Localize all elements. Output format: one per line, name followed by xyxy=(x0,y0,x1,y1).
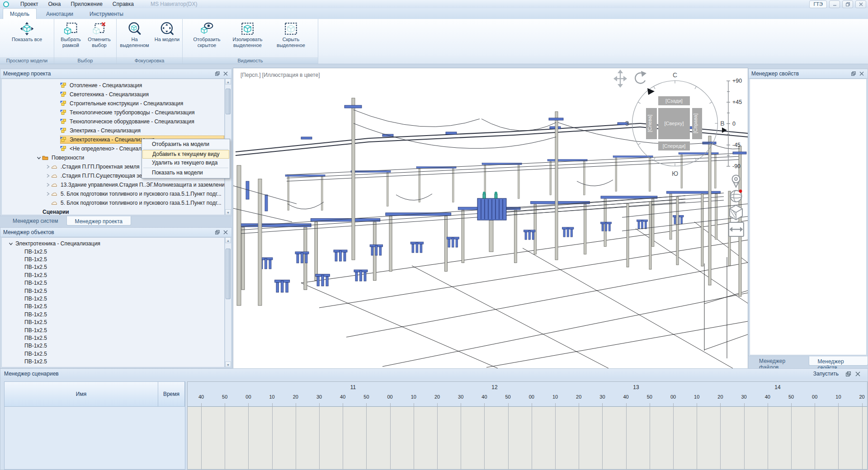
compass-north-label[interactable]: С xyxy=(673,71,677,79)
app-logo-icon[interactable] xyxy=(3,1,9,7)
close-panel-icon[interactable] xyxy=(855,371,860,376)
tree-item[interactable]: Сценарии xyxy=(2,207,224,215)
compass-west-label[interactable]: З xyxy=(625,120,629,127)
compass-east-label[interactable]: В xyxy=(720,120,724,127)
compass-face-front[interactable]: [Спереди] xyxy=(663,143,686,149)
menu-project[interactable]: Проект xyxy=(15,0,43,8)
column-header-name[interactable]: Имя xyxy=(5,382,158,406)
object-list-item[interactable]: ПВ-1x2.5 xyxy=(2,357,224,365)
float-panel-icon[interactable] xyxy=(851,71,856,76)
object-list-item[interactable]: ПВ-1x2.5 xyxy=(2,295,224,302)
scroll-up-icon[interactable]: ▲ xyxy=(225,237,231,243)
object-list-item[interactable]: ПВ-1x2.5 xyxy=(2,310,224,318)
tab-Модель[interactable]: Модель xyxy=(3,8,37,19)
timeline-ruler[interactable]: 4050001020304050001020304050001020304050… xyxy=(188,382,867,407)
tab-Аннотации[interactable]: Аннотации xyxy=(39,9,80,19)
float-panel-icon[interactable] xyxy=(215,71,220,76)
object-list-item[interactable]: ПВ-1x2.5 xyxy=(2,271,224,279)
spec-icon xyxy=(60,136,68,143)
tree-item[interactable]: Электрика - Специализация xyxy=(2,126,224,135)
select-rect-button[interactable]: Выбрать рамкой xyxy=(57,21,85,48)
context-menu-item[interactable]: Отобразить на модели xyxy=(142,140,229,149)
expander-collapsed-icon[interactable] xyxy=(45,173,51,179)
expander-expanded-icon[interactable] xyxy=(36,155,42,161)
object-list-item[interactable]: ПВ-1x2.5 xyxy=(2,287,224,295)
elevation-plus45: +45 xyxy=(732,99,742,105)
object-list-item[interactable]: ПВ-1x2.5 xyxy=(2,255,224,263)
hide-selected-button[interactable]: Скрыть выделенное xyxy=(269,21,313,48)
expander-collapsed-icon[interactable] xyxy=(45,164,51,170)
model-wireframe[interactable]: С Ю З В [Сзади] [Сверху] [Спереди] [Слев… xyxy=(233,68,748,369)
expander-collapsed-icon[interactable] xyxy=(45,182,51,188)
tree-item[interactable]: 5. Блок подготовки топливного и пусковог… xyxy=(2,189,224,198)
close-panel-icon[interactable] xyxy=(223,71,228,76)
object-list-item[interactable]: ПВ-1x2.5 xyxy=(2,334,224,342)
close-button[interactable] xyxy=(855,0,866,8)
float-panel-icon[interactable] xyxy=(846,371,851,376)
context-menu-item[interactable]: Добавить к текущему виду xyxy=(142,150,229,159)
close-panel-icon[interactable] xyxy=(223,230,228,235)
tree-item[interactable]: 5. Блок подготовки топливного и пусковог… xyxy=(2,198,224,207)
run-button[interactable]: Запустить xyxy=(813,371,839,377)
object-list-scrollbar[interactable]: ▲ ▼ xyxy=(225,237,231,367)
pan-icon[interactable] xyxy=(613,70,627,88)
isometric-tool-icon[interactable] xyxy=(730,205,742,220)
tree-item[interactable]: Технологические трубопроводы - Специализ… xyxy=(2,108,224,117)
object-list-item[interactable]: ПВ-1x2.5 xyxy=(2,350,224,357)
expander-collapsed-icon[interactable] xyxy=(45,191,51,197)
scrollbar-thumb[interactable] xyxy=(226,249,231,299)
show-hidden-button[interactable]: Отобразить скрытое xyxy=(188,21,226,48)
tab-Менеджер свойств[interactable]: Менеджер свойств xyxy=(809,356,868,366)
scroll-down-icon[interactable]: ▼ xyxy=(225,209,231,215)
tab-Менеджер систем[interactable]: Менеджер систем xyxy=(5,216,66,226)
context-menu-item[interactable]: Удалить из текущего вида xyxy=(142,159,229,167)
compass-south-label[interactable]: Ю xyxy=(672,170,678,177)
compass-face-right[interactable]: [Справа] xyxy=(693,113,698,133)
compass-face-left[interactable]: [Слева] xyxy=(647,115,652,132)
tab-Инструменты[interactable]: Инструменты xyxy=(83,9,130,19)
orbit-tool-icon[interactable] xyxy=(731,190,742,202)
object-list-item[interactable]: ПВ-1x2.5 xyxy=(2,326,224,334)
object-list-item[interactable]: ПВ-1x2.5 xyxy=(2,303,224,310)
object-list-item[interactable]: ПВ-1x2.5 xyxy=(2,319,224,326)
cancel-select-button[interactable]: Отменить выбор xyxy=(85,21,114,48)
menu-help[interactable]: Справка xyxy=(108,0,139,8)
minimize-button[interactable] xyxy=(829,0,840,8)
scrollbar-thumb[interactable] xyxy=(226,89,231,114)
scroll-up-icon[interactable]: ▲ xyxy=(225,79,231,85)
pan-width-tool-icon[interactable] xyxy=(729,222,744,236)
rotate-icon[interactable] xyxy=(635,71,646,83)
profile-button[interactable]: ГТЭ xyxy=(809,0,827,8)
object-list-item[interactable]: ПВ-1x2.5 xyxy=(2,248,224,255)
tree-item[interactable]: 13.Здание управления.Стадия П..ЭГ.Молние… xyxy=(2,180,224,189)
tree-item[interactable]: Технологическое оборудование - Специализ… xyxy=(2,117,224,126)
object-list-item[interactable]: ПВ-1x2.5 xyxy=(2,279,224,287)
focus-model-button[interactable]: На модели xyxy=(152,21,182,42)
compass-face-top[interactable]: [Сверху] xyxy=(665,121,684,126)
menu-windows[interactable]: Окна xyxy=(43,0,66,8)
close-panel-icon[interactable] xyxy=(859,71,864,76)
object-list-item[interactable]: ПВ-1x2.5 xyxy=(2,263,224,271)
column-header-time[interactable]: Время xyxy=(158,382,185,406)
isolate-selected-button[interactable]: Изолировать выделенное xyxy=(226,21,269,48)
expander-expanded-icon[interactable] xyxy=(8,240,14,247)
viewport-3d[interactable]: [Персп.] [Иллюстрация в цвете] xyxy=(233,68,748,369)
tab-Менеджер проекта[interactable]: Менеджер проекта xyxy=(66,216,132,226)
timeline[interactable]: 4050001020304050001020304050001020304050… xyxy=(187,381,868,470)
object-list-item[interactable]: ПВ-1x2.5 xyxy=(2,342,224,350)
context-menu-item[interactable]: Показать на модели xyxy=(142,169,229,177)
elevation-pointer[interactable] xyxy=(722,127,727,133)
compass-face-back[interactable]: [Сзади] xyxy=(665,98,683,103)
float-panel-icon[interactable] xyxy=(215,230,220,235)
object-list-item[interactable]: ПВ-1x2.5 xyxy=(2,366,224,367)
tab-Менеджер файлов[interactable]: Менеджер файлов xyxy=(751,356,809,366)
scroll-down-icon[interactable]: ▼ xyxy=(225,362,231,367)
tree-item[interactable]: Отопление - Специализация xyxy=(2,81,224,90)
restore-button[interactable] xyxy=(842,0,853,8)
tree-item[interactable]: Строительные конструкции - Специализация xyxy=(2,99,224,108)
tree-item[interactable]: Светотехника - Специализация xyxy=(2,90,224,99)
focus-selected-button[interactable]: На выделенном xyxy=(117,21,152,48)
object-list-root[interactable]: Электротехника - Специализация xyxy=(2,240,224,248)
show-all-button[interactable]: Показать все xyxy=(2,21,52,42)
menu-application[interactable]: Приложение xyxy=(66,0,107,8)
